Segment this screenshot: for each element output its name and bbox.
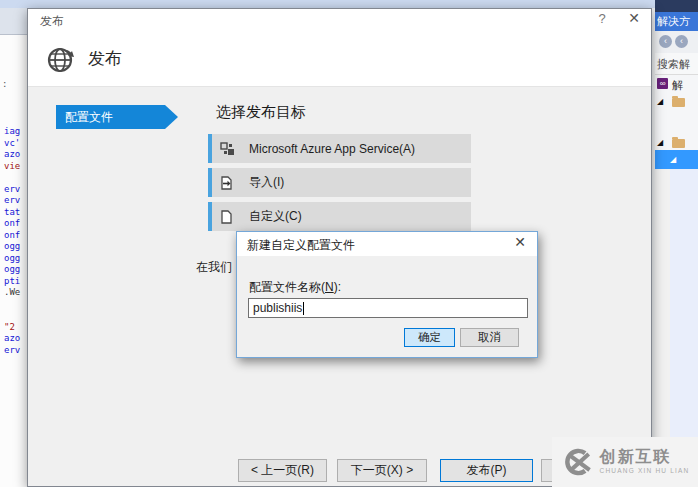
code-line	[4, 172, 27, 184]
window-chrome-strip	[655, 0, 698, 12]
previous-page-button[interactable]: < 上一页(R)	[238, 459, 327, 482]
watermark-name: 创新互联	[600, 449, 690, 465]
choose-target-heading: 选择发布目标	[216, 103, 306, 122]
code-line: "2	[4, 322, 27, 334]
solution-explorer-toolbar: ‹ ‹	[655, 31, 698, 53]
target-azure-app-service[interactable]: Microsoft Azure App Service(A)	[208, 134, 471, 163]
target-label: 导入(I)	[249, 174, 284, 191]
code-column: iagvc'azovie ervervtatonfonfoggoggoggpti…	[4, 126, 27, 356]
code-line: pti	[4, 276, 27, 288]
editor-toolbar-remnant	[0, 8, 27, 35]
publish-target-list: Microsoft Azure App Service(A) 导入(I) 自定义…	[208, 134, 471, 236]
editor-gutter-mark: :	[2, 79, 7, 89]
close-icon[interactable]: ✕	[509, 234, 531, 253]
code-line: vc'	[4, 138, 27, 150]
import-icon	[220, 176, 235, 190]
target-custom[interactable]: 自定义(C)	[208, 202, 471, 231]
new-profile-title: 新建自定义配置文件	[247, 237, 355, 254]
code-line: vie	[4, 161, 27, 173]
solution-node-label: 解	[672, 78, 683, 93]
solution-tree-root[interactable]: ∞ 解	[655, 76, 698, 94]
target-label: Microsoft Azure App Service(A)	[249, 142, 415, 156]
folder-icon	[672, 139, 685, 148]
folder-icon	[672, 98, 685, 107]
solution-search-input[interactable]: 搜索解	[655, 53, 698, 75]
help-icon[interactable]: ?	[591, 11, 613, 29]
code-line: ogg	[4, 253, 27, 265]
code-line: onf	[4, 230, 27, 242]
profile-name-value: publishiis	[253, 301, 302, 315]
target-import[interactable]: 导入(I)	[208, 168, 471, 197]
watermark-badge: 创新互联 CHUANG XIN HU LIAN	[552, 437, 698, 487]
publish-dialog-title: 发布	[40, 13, 64, 30]
watermark-subtitle: CHUANG XIN HU LIAN	[600, 468, 690, 475]
expand-arrow-icon[interactable]: ◢	[670, 155, 676, 164]
ok-button[interactable]: 确定	[404, 328, 455, 347]
close-icon[interactable]: ✕	[622, 10, 646, 29]
publish-button[interactable]: 发布(P)	[440, 459, 533, 482]
forward-icon[interactable]: ‹	[675, 35, 688, 48]
publish-globe-icon	[46, 43, 78, 75]
code-line: erv	[4, 184, 27, 196]
code-line: onf	[4, 218, 27, 230]
code-line: iag	[4, 126, 27, 138]
code-line	[4, 310, 27, 322]
code-line: azo	[4, 333, 27, 345]
code-line: azo	[4, 149, 27, 161]
expand-arrow-icon[interactable]: ◢	[657, 138, 663, 147]
target-label: 自定义(C)	[249, 208, 302, 225]
solution-explorer-panel: 解决方 ‹ ‹ 搜索解 ∞ 解 ◢ ◢ ◢	[655, 0, 698, 487]
new-profile-dialog: 新建自定义配置文件 ✕ 配置文件名称(N): publishiis 确定 取消	[236, 231, 538, 358]
publish-dialog-titlebar[interactable]: 发布 ? ✕	[28, 9, 651, 31]
ide-title-band	[0, 0, 698, 8]
profile-name-input[interactable]: publishiis	[248, 298, 528, 318]
access-key: N	[325, 280, 334, 294]
code-line: ogg	[4, 264, 27, 276]
next-page-button[interactable]: 下一页(X) >	[337, 459, 427, 482]
code-line: erv	[4, 345, 27, 357]
sidebar-tab-profile[interactable]: 配置文件	[56, 105, 178, 129]
code-line	[4, 299, 27, 311]
cancel-button[interactable]: 取消	[460, 328, 519, 347]
description-text-clipped: 在我们	[196, 259, 232, 276]
code-line: tat	[4, 207, 27, 219]
azure-app-service-icon	[220, 142, 235, 156]
expand-arrow-icon[interactable]: ◢	[657, 97, 663, 106]
text-caret	[303, 302, 304, 315]
watermark-logo-icon	[561, 446, 595, 478]
solution-explorer-header[interactable]: 解决方	[655, 12, 698, 31]
back-icon[interactable]: ‹	[659, 35, 672, 48]
code-line: ogg	[4, 241, 27, 253]
profile-name-label: 配置文件名称(N):	[249, 279, 341, 296]
new-profile-titlebar[interactable]: 新建自定义配置文件 ✕	[237, 232, 537, 256]
publish-page-title: 发布	[88, 47, 122, 70]
code-line: erv	[4, 195, 27, 207]
publish-header: 发布	[28, 31, 651, 87]
code-line: .We	[4, 287, 27, 299]
selected-tree-item[interactable]: ◢	[655, 150, 698, 169]
custom-profile-icon	[220, 210, 235, 224]
visual-studio-solution-icon: ∞	[657, 78, 668, 89]
